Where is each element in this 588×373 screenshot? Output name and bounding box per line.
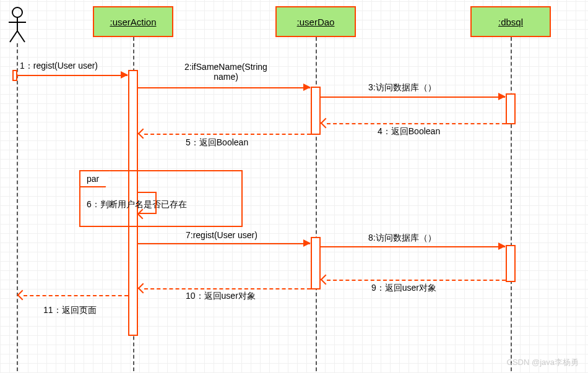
actor-lifeline [17,43,18,371]
activation-dbsql-2 [506,245,516,282]
activation-userdao-2 [311,237,321,289]
msg-5-arrow [144,134,311,135]
msg-3-label: 3:访问数据库（） [368,82,436,93]
msg-5-head [138,129,149,139]
activation-userdao-1 [311,87,321,135]
msg-8-arrow [321,246,505,247]
msg-11-arrow [24,295,128,296]
msg-2-arrow [138,87,310,88]
watermark: CSDN @java李杨勇 [507,357,579,368]
svg-line-4 [17,31,25,42]
msg-2-label: 2:ifSameName(Stringname) [173,62,279,82]
svg-point-0 [12,7,22,17]
msg-4-label: 4：返回Boolean [378,126,440,137]
msg-11-label: 11：返回页面 [43,305,97,316]
participant-useraction[interactable]: :userAction [93,6,173,37]
msg-3-arrow [321,96,505,98]
activation-dbsql-1 [506,93,516,124]
activation-actor [12,70,17,81]
msg-8-head [498,242,506,250]
msg-1-arrow [17,75,128,76]
actor-stickman [6,6,28,46]
svg-line-3 [10,31,17,42]
msg-1-head [121,71,128,79]
msg-7-label: 7:regist(User user) [186,230,257,240]
msg-11-head [17,290,28,301]
msg-10-label: 10：返回user对象 [186,291,256,302]
msg-9-arrow [327,280,506,281]
participant-label: :dbsql [498,17,523,27]
participant-dbsql[interactable]: :dbsql [470,6,551,37]
lifeline-dbsql [511,37,512,371]
msg-4-head [321,118,331,129]
msg-2-head [303,84,311,91]
msg-9-head [321,275,331,285]
msg-6-label: 6：判断用户名是否已存在 [87,199,187,210]
participant-userdao[interactable]: :userDao [275,6,356,37]
msg-7-arrow [138,243,310,244]
par-label: par [79,170,110,187]
msg-10-head [138,283,149,294]
msg-8-label: 8:访问数据库（） [368,233,436,244]
msg-7-head [303,239,311,247]
msg-5-label: 5：返回Boolean [186,137,248,148]
msg-9-label: 9：返回user对象 [371,283,436,294]
msg-10-arrow [144,288,311,289]
msg-3-head [498,93,506,100]
msg-1-label: 1：regist(User user) [20,61,98,72]
par-fragment: par [79,170,243,227]
msg-4-arrow [327,123,506,124]
participant-label: :userDao [297,17,335,27]
participant-label: :userAction [110,17,156,27]
